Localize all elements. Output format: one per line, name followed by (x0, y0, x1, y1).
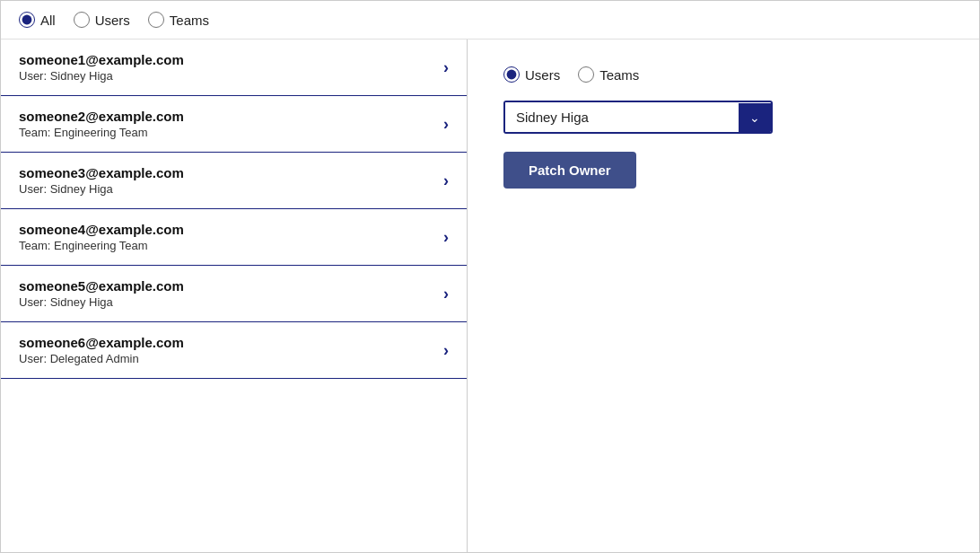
list-item-sub-4: User: Sidney Higa (19, 295, 184, 309)
right-radio-users-label: Users (525, 67, 560, 83)
radio-users[interactable]: Users (74, 12, 130, 28)
list-item-chevron-4: › (443, 285, 449, 303)
chevron-down-icon: ⌄ (749, 110, 760, 125)
list-item-text-5: someone6@example.com User: Delegated Adm… (19, 335, 184, 365)
list-item-chevron-5: › (443, 341, 449, 360)
list-item[interactable]: someone5@example.com User: Sidney Higa › (1, 266, 467, 322)
top-filter-bar: All Users Teams (1, 1, 979, 40)
radio-teams-input[interactable] (148, 12, 164, 28)
right-radio-teams-input[interactable] (578, 66, 594, 83)
list-item-text-2: someone3@example.com User: Sidney Higa (19, 165, 184, 196)
list-item-chevron-2: › (443, 171, 449, 190)
right-radio-teams-label: Teams (599, 67, 639, 83)
dropdown-row: Sidney Higa Engineering Team Delegated A… (503, 101, 943, 134)
right-radio-users[interactable]: Users (503, 66, 560, 83)
list-item-chevron-3: › (443, 228, 449, 247)
list-item-email-0: someone1@example.com (19, 52, 184, 67)
owner-select[interactable]: Sidney Higa Engineering Team Delegated A… (505, 102, 739, 132)
dropdown-wrapper: Sidney Higa Engineering Team Delegated A… (503, 101, 773, 134)
dropdown-arrow-button[interactable]: ⌄ (739, 103, 771, 132)
list-item-email-3: someone4@example.com (19, 222, 184, 237)
list-item-sub-3: Team: Engineering Team (19, 239, 184, 252)
radio-all-label: All (40, 13, 56, 28)
content-area: someone1@example.com User: Sidney Higa ›… (1, 40, 979, 552)
radio-teams[interactable]: Teams (148, 12, 209, 28)
list-item[interactable]: someone1@example.com User: Sidney Higa › (1, 40, 467, 96)
list-item[interactable]: someone3@example.com User: Sidney Higa › (1, 153, 467, 209)
list-item-text-3: someone4@example.com Team: Engineering T… (19, 222, 184, 252)
top-radio-group: All Users Teams (19, 12, 209, 28)
list-item-text-1: someone2@example.com Team: Engineering T… (19, 109, 184, 139)
list-item-text-4: someone5@example.com User: Sidney Higa (19, 278, 184, 309)
list-item-email-2: someone3@example.com (19, 165, 184, 180)
list-item-sub-5: User: Delegated Admin (19, 352, 184, 365)
list-item-email-4: someone5@example.com (19, 278, 184, 294)
main-container: All Users Teams someone1@example.com Use… (0, 0, 980, 553)
radio-users-input[interactable] (74, 12, 90, 28)
list-item[interactable]: someone6@example.com User: Delegated Adm… (1, 322, 467, 379)
left-panel: someone1@example.com User: Sidney Higa ›… (1, 40, 468, 552)
radio-users-label: Users (95, 13, 130, 28)
list-item[interactable]: someone2@example.com Team: Engineering T… (1, 96, 467, 153)
list-item-text-0: someone1@example.com User: Sidney Higa (19, 52, 184, 83)
patch-owner-button[interactable]: Patch Owner (503, 152, 636, 189)
list-item-sub-0: User: Sidney Higa (19, 69, 184, 83)
list-item-email-1: someone2@example.com (19, 109, 184, 124)
list-item-email-5: someone6@example.com (19, 335, 184, 350)
right-filter-bar: Users Teams (503, 66, 943, 83)
radio-all-input[interactable] (19, 12, 35, 28)
right-radio-users-input[interactable] (503, 66, 520, 83)
list-item-sub-2: User: Sidney Higa (19, 182, 184, 196)
list-item-chevron-0: › (443, 58, 449, 77)
list-item-chevron-1: › (443, 115, 449, 134)
list-item[interactable]: someone4@example.com Team: Engineering T… (1, 209, 467, 266)
right-radio-teams[interactable]: Teams (578, 66, 639, 83)
list-item-sub-1: Team: Engineering Team (19, 126, 184, 139)
radio-all[interactable]: All (19, 12, 56, 28)
right-panel: Users Teams Sidney Higa Engineering Team… (468, 40, 979, 552)
radio-teams-label: Teams (170, 13, 209, 28)
